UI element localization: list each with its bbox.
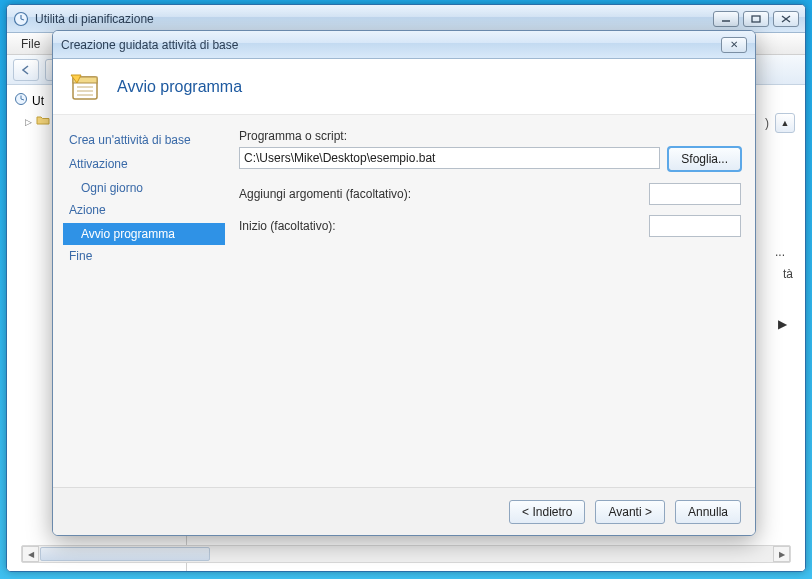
- nav-action[interactable]: Azione: [63, 199, 225, 221]
- next-button[interactable]: Avanti >: [595, 500, 664, 524]
- chevron-right-icon: ▶: [779, 550, 785, 559]
- folder-icon: [36, 114, 50, 129]
- wizard-header: Avvio programma: [53, 59, 755, 115]
- chevron-up-icon: ▲: [781, 118, 790, 128]
- play-icon: ▶: [778, 317, 787, 331]
- parent-titlebar[interactable]: Utilità di pianificazione: [7, 5, 805, 33]
- wizard-form: Programma o script: Sfoglia... Aggiungi …: [233, 115, 755, 487]
- nav-action-start-program[interactable]: Avvio programma: [63, 223, 225, 245]
- nav-trigger-daily[interactable]: Ogni giorno: [63, 177, 225, 199]
- collapse-button[interactable]: ▲: [775, 113, 795, 133]
- back-button[interactable]: < Indietro: [509, 500, 585, 524]
- close-button[interactable]: [773, 11, 799, 27]
- clock-icon: [13, 11, 29, 27]
- tree-root-label: Ut: [32, 94, 44, 108]
- program-path-input[interactable]: [239, 147, 660, 169]
- clock-icon: [14, 92, 28, 109]
- task-calendar-icon: [67, 69, 103, 105]
- maximize-button[interactable]: [743, 11, 769, 27]
- back-nav-button[interactable]: [13, 59, 39, 81]
- menu-file[interactable]: File: [13, 35, 48, 53]
- svg-rect-4: [752, 16, 760, 22]
- wizard-heading: Avvio programma: [117, 78, 242, 96]
- startin-label: Inizio (facoltativo):: [239, 219, 336, 233]
- wizard-nav: Crea un'attività di base Attivazione Ogn…: [53, 115, 233, 487]
- parent-window-title: Utilità di pianificazione: [35, 12, 713, 26]
- wizard-body: Crea un'attività di base Attivazione Ogn…: [53, 115, 755, 487]
- close-icon: ✕: [730, 39, 738, 50]
- browse-button[interactable]: Sfoglia...: [668, 147, 741, 171]
- arguments-input[interactable]: [649, 183, 741, 205]
- scroll-right-button[interactable]: ▶: [773, 546, 790, 562]
- wizard-titlebar[interactable]: Creazione guidata attività di base ✕: [53, 31, 755, 59]
- truncated-tail: tà: [783, 267, 793, 281]
- cancel-button[interactable]: Annulla: [675, 500, 741, 524]
- create-basic-task-wizard: Creazione guidata attività di base ✕ Avv…: [52, 30, 756, 536]
- nav-finish[interactable]: Fine: [63, 245, 225, 267]
- wizard-close-button[interactable]: ✕: [721, 37, 747, 53]
- program-label: Programma o script:: [239, 129, 741, 143]
- wizard-footer: < Indietro Avanti > Annulla: [53, 487, 755, 535]
- minimize-button[interactable]: [713, 11, 739, 27]
- nav-trigger[interactable]: Attivazione: [63, 153, 225, 175]
- horizontal-scrollbar[interactable]: ◀ ▶: [21, 545, 791, 563]
- arguments-label: Aggiungi argomenti (facoltativo):: [239, 187, 411, 201]
- scroll-thumb[interactable]: [40, 547, 210, 561]
- scroll-left-button[interactable]: ◀: [22, 546, 39, 562]
- truncated-text: ...: [775, 245, 785, 259]
- startin-input[interactable]: [649, 215, 741, 237]
- chevron-left-icon: ◀: [28, 550, 34, 559]
- chevron-right-icon: ▷: [25, 117, 32, 127]
- panel-paren: ): [765, 116, 769, 130]
- window-controls: [713, 11, 799, 27]
- nav-create-task[interactable]: Crea un'attività di base: [63, 129, 225, 151]
- wizard-title: Creazione guidata attività di base: [61, 38, 721, 52]
